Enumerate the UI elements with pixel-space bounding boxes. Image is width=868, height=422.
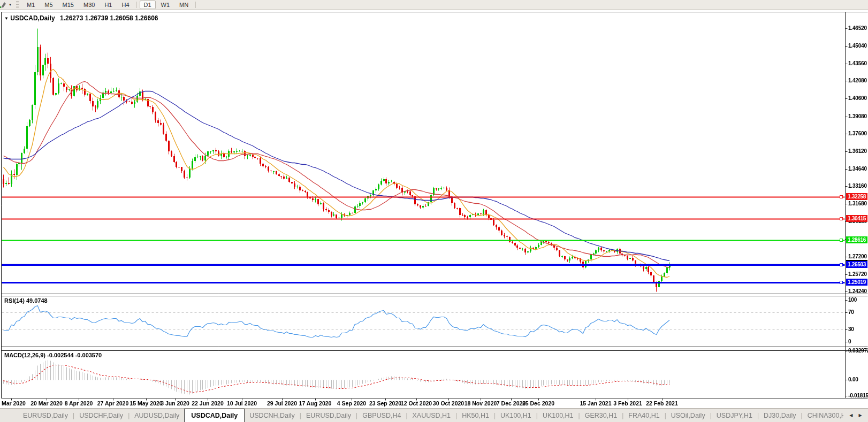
price-axis-tick: 1.34640	[848, 166, 867, 172]
chart-tab-uk100-h1[interactable]: UK100,H1	[496, 409, 536, 422]
chart-title: ▼ USDCAD,Daily 1.26273 1.26739 1.26058 1…	[4, 14, 158, 22]
chart-tab-dj30-daily[interactable]: DJ30,Daily	[759, 409, 801, 422]
chart-tab-uk100-h1[interactable]: UK100,H1	[538, 409, 578, 422]
date-axis-label: 22 Jun 2020	[192, 400, 224, 406]
tab-scroll-left-icon[interactable]: ◀	[849, 413, 852, 418]
chart-tab-usdchf-daily[interactable]: USDCHF,Daily	[74, 409, 128, 422]
rsi-axis-tick: 100	[848, 297, 857, 303]
date-axis-label: 7 Dec 2020	[497, 400, 526, 406]
date-axis-label: 17 Aug 2020	[299, 400, 332, 406]
date-axis-label: 15 Jan 2021	[580, 400, 612, 406]
hline-price-label[interactable]: 1.25019	[846, 279, 867, 286]
hline-price-label[interactable]: 1.32258	[846, 193, 867, 200]
date-axis-label: 27 Apr 2020	[97, 400, 129, 406]
hline-price-label[interactable]: 1.30415	[846, 215, 867, 222]
date-axis-label: 3 Jun 2020	[161, 400, 189, 406]
price-axis-tick: 1.31680	[848, 201, 867, 206]
timeframe-button-m5[interactable]: M5	[40, 1, 57, 9]
timeframe-button-d1[interactable]: D1	[140, 1, 156, 9]
timeframe-buttons: M1M5M15M30H1H4D1W1MN	[22, 1, 198, 9]
chart-tab-xauusd-h1[interactable]: XAUUSD,H1	[408, 409, 456, 422]
date-axis-label: 20 Mar 2020	[31, 400, 63, 406]
timeframe-button-w1[interactable]: W1	[157, 1, 174, 9]
date-axis-label: 4 Sep 2020	[337, 400, 366, 406]
macd-axis-tick: 0.032972	[848, 348, 868, 354]
pen-tool-glyph	[0, 1, 6, 9]
tab-bar: EURUSD,Daily|USDCHF,Daily|AUDUSD,DailyUS…	[0, 408, 868, 422]
date-axis-label: 18 Nov 2020	[465, 400, 497, 406]
date-axis-label: 15 May 2020	[130, 400, 162, 406]
chart-tab-fra40-h1[interactable]: FRA40,H1	[623, 409, 664, 422]
pen-tool-icon[interactable]	[0, 1, 6, 9]
collapse-icon[interactable]: ▼	[4, 16, 9, 21]
price-axis-tick: 1.25720	[848, 271, 867, 277]
price-chart-canvas[interactable]	[0, 0, 868, 422]
chart-tab-ger30-h1[interactable]: GER30,H1	[580, 409, 622, 422]
price-axis-tick: 1.24240	[848, 288, 867, 294]
date-axis-label: 10 Jul 2020	[227, 400, 257, 406]
chart-tab-gbpusd-h4[interactable]: GBPUSD,H4	[357, 409, 406, 422]
price-axis-tick: 1.37600	[848, 131, 867, 136]
toolbar: ▾ M1M5M15M30H1H4D1W1MN	[0, 0, 868, 10]
chart-symbol-period: USDCAD,Daily	[10, 14, 55, 22]
price-axis-tick: 1.45040	[848, 43, 867, 49]
chart-tab-usoil-daily[interactable]: USOil,Daily	[666, 409, 710, 422]
hline-price-label[interactable]: 1.26503	[846, 261, 867, 268]
tab-scroll-right-icon[interactable]: ▶	[859, 413, 862, 418]
date-axis-label: 2 Mar 2020	[0, 400, 26, 406]
chart-tab-eurusd-daily[interactable]: EURUSD,Daily	[301, 409, 356, 422]
macd-label: MACD(12,26,9) -0.002544 -0.003570	[4, 352, 102, 358]
price-axis-tick: 1.27200	[848, 254, 867, 259]
date-axis-label: 25 Dec 2020	[522, 400, 554, 406]
macd-axis-tick: 0.00	[848, 377, 858, 382]
toolbar-grip	[16, 1, 19, 8]
chart-ohlc: 1.26273 1.26739 1.26058 1.26606	[60, 14, 158, 22]
date-axis-label: 12 Oct 2020	[401, 400, 432, 406]
price-axis-tick: 1.42080	[848, 78, 867, 83]
chart-tab-usdjpy-h1[interactable]: USDJPY,H1	[712, 409, 757, 422]
timeframe-button-m15[interactable]: M15	[58, 1, 78, 9]
hline-price-label[interactable]: 1.28616	[846, 236, 867, 243]
chart-tab-eurusd-daily[interactable]: EURUSD,Daily	[18, 409, 73, 422]
pen-tool-dropdown-icon[interactable]: ▾	[6, 1, 14, 8]
rsi-label: RSI(14) 49.0748	[4, 297, 48, 304]
toolbar-separator	[136, 2, 137, 8]
rsi-axis-tick: 0	[848, 339, 851, 344]
timeframe-button-m1[interactable]: M1	[22, 1, 39, 9]
chart-tab-usdcnh-daily[interactable]: USDCNH,Daily	[245, 409, 300, 422]
timeframe-button-h1[interactable]: H1	[100, 1, 116, 9]
date-axis-label: 22 Feb 2021	[646, 400, 678, 406]
rsi-axis-tick: 70	[848, 309, 854, 315]
timeframe-button-m30[interactable]: M30	[79, 1, 99, 9]
date-axis-label: 29 Jul 2020	[267, 400, 297, 406]
date-axis-label: 23 Sep 2020	[369, 400, 401, 406]
rsi-axis-tick: 30	[848, 326, 854, 332]
chart-tab-usdcad-daily[interactable]: USDCAD,Daily	[184, 409, 245, 422]
price-axis-tick: 1.40600	[848, 95, 867, 101]
price-axis-tick: 1.33160	[848, 183, 867, 189]
date-axis-label: 3 Feb 2021	[613, 400, 642, 406]
price-axis-tick: 1.43560	[848, 60, 867, 66]
price-axis-tick: 1.36120	[848, 148, 867, 154]
price-axis-tick: 1.39080	[848, 113, 867, 119]
date-axis-label: 30 Oct 2020	[433, 400, 464, 406]
toolbar-separator	[195, 2, 196, 8]
timeframe-button-h4[interactable]: H4	[117, 1, 133, 9]
price-axis-tick: 1.46520	[848, 25, 867, 31]
mt4-window: ▾ M1M5M15M30H1H4D1W1MN ▼ USDCAD,Daily 1.…	[0, 0, 868, 422]
tab-scroll-arrows: ◀ ▶	[843, 409, 868, 422]
timeframe-button-mn[interactable]: MN	[175, 1, 193, 9]
macd-axis-tick: -0.018154	[848, 393, 868, 398]
chart-tab-audusd-daily[interactable]: AUDUSD,Daily	[130, 409, 184, 422]
date-axis-label: 8 Apr 2020	[65, 400, 93, 406]
chart-tab-hk50-h1[interactable]: HK50,H1	[457, 409, 494, 422]
